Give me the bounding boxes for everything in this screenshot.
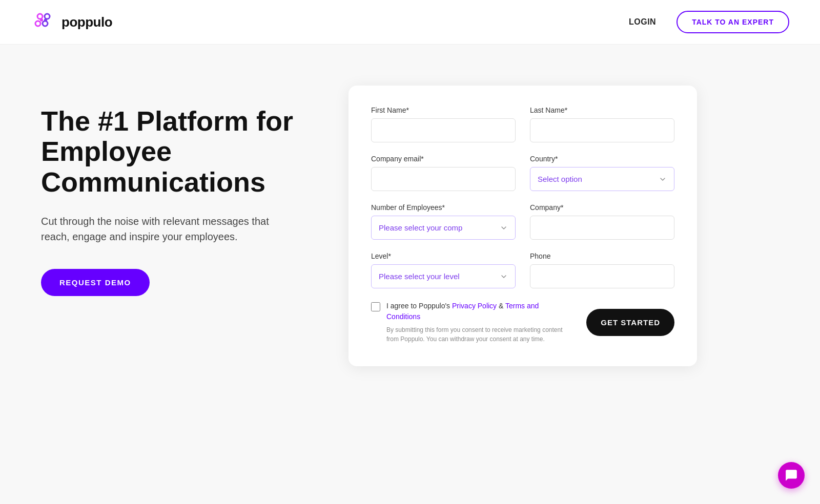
phone-label: Phone xyxy=(530,252,674,260)
company-label: Company* xyxy=(530,203,674,212)
employees-field-group: Number of Employees* Please select your … xyxy=(371,203,516,240)
consent-row: I agree to Poppulo's Privacy Policy & Te… xyxy=(371,301,674,344)
company-field-group: Company* xyxy=(530,203,674,240)
chat-icon xyxy=(785,469,798,482)
company-email-label: Company email* xyxy=(371,155,516,163)
consent-and: & xyxy=(497,302,505,310)
svg-point-2 xyxy=(35,21,40,26)
consent-text-1: I agree to Poppulo's xyxy=(386,302,452,310)
talk-to-expert-button[interactable]: TALK TO AN EXPERT xyxy=(676,11,789,33)
svg-point-1 xyxy=(45,14,50,19)
hero-subtitle: Cut through the noise with relevant mess… xyxy=(41,214,287,244)
hero-title: The #1 Platform for Employee Communicati… xyxy=(41,106,318,197)
login-link[interactable]: LOGIN xyxy=(629,17,656,27)
last-name-label: Last Name* xyxy=(530,106,674,114)
hero-section: The #1 Platform for Employee Communicati… xyxy=(41,86,318,296)
level-label: Level* xyxy=(371,252,516,260)
first-name-input[interactable] xyxy=(371,118,516,142)
country-select[interactable]: Select option United States United Kingd… xyxy=(530,167,674,191)
first-name-label: First Name* xyxy=(371,106,516,114)
consent-checkbox[interactable] xyxy=(371,302,380,311)
consent-text: I agree to Poppulo's Privacy Policy & Te… xyxy=(386,301,572,322)
first-name-field-group: First Name* xyxy=(371,106,516,142)
last-name-field-group: Last Name* xyxy=(530,106,674,142)
country-field-group: Country* Select option United States Uni… xyxy=(530,155,674,191)
signup-form-card: First Name* Last Name* Company email* Co… xyxy=(348,86,697,366)
country-label: Country* xyxy=(530,155,674,163)
form-grid: First Name* Last Name* Company email* Co… xyxy=(371,106,674,288)
svg-point-4 xyxy=(40,18,43,22)
phone-field-group: Phone xyxy=(530,252,674,288)
employees-select[interactable]: Please select your comp 1–50 51–200 201–… xyxy=(371,216,516,240)
logo-area: poppulo xyxy=(31,9,112,35)
privacy-policy-link[interactable]: Privacy Policy xyxy=(452,302,497,310)
svg-point-5 xyxy=(44,18,47,22)
chat-bubble-button[interactable] xyxy=(778,462,805,489)
svg-point-3 xyxy=(43,21,48,26)
header: poppulo LOGIN TALK TO AN EXPERT xyxy=(0,0,820,45)
employees-label: Number of Employees* xyxy=(371,203,516,212)
last-name-input[interactable] xyxy=(530,118,674,142)
main-content: The #1 Platform for Employee Communicati… xyxy=(0,45,820,397)
level-field-group: Level* Please select your level C-Suite … xyxy=(371,252,516,288)
get-started-button[interactable]: GET STARTED xyxy=(586,309,674,336)
consent-left: I agree to Poppulo's Privacy Policy & Te… xyxy=(371,301,572,344)
company-email-field-group: Company email* xyxy=(371,155,516,191)
company-input[interactable] xyxy=(530,216,674,240)
phone-input[interactable] xyxy=(530,264,674,288)
header-nav: LOGIN TALK TO AN EXPERT xyxy=(629,11,789,33)
logo-text: poppulo xyxy=(61,14,112,30)
company-email-input[interactable] xyxy=(371,167,516,191)
level-select[interactable]: Please select your level C-Suite VP Dire… xyxy=(371,264,516,288)
svg-point-0 xyxy=(37,14,43,19)
poppulo-logo-icon xyxy=(31,9,56,35)
consent-subtext: By submitting this form you consent to r… xyxy=(386,325,572,344)
request-demo-button[interactable]: REQUEST DEMO xyxy=(41,269,150,296)
consent-text-block: I agree to Poppulo's Privacy Policy & Te… xyxy=(386,301,572,344)
